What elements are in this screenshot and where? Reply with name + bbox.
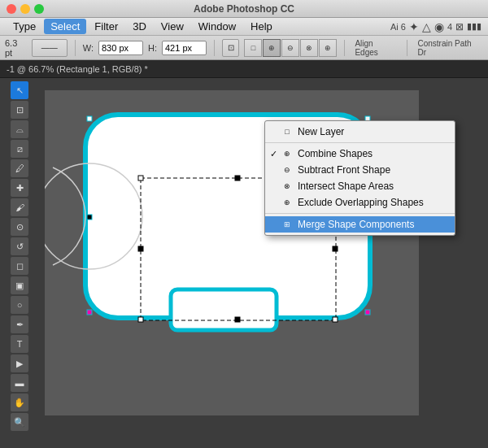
path-sel-tool[interactable]: ▶: [11, 354, 28, 372]
sep1: [75, 40, 76, 56]
width-label: W:: [83, 43, 94, 53]
status-text: -1 @ 66.7% (Rectangle 1, RGB/8) *: [7, 64, 148, 74]
gradient-tool[interactable]: ▣: [11, 276, 28, 294]
cursor: [357, 237, 366, 250]
height-input[interactable]: [162, 41, 207, 55]
dropdown-menu: □ New Layer ⊕ Combine Shapes ⊖ Subtract …: [264, 120, 455, 236]
network-icon: ◉: [434, 20, 444, 33]
lasso-tool[interactable]: ⌓: [11, 120, 28, 138]
window-controls: [7, 4, 44, 14]
pen-tool[interactable]: ✒: [11, 315, 28, 333]
eraser-tool[interactable]: ◻: [11, 257, 28, 275]
sep4: [407, 40, 407, 56]
dropdown-separator-2: [265, 213, 455, 214]
menu-bar: Type Select Filter 3D View Window Help A…: [0, 18, 488, 36]
zoom-tool[interactable]: 🔍: [11, 413, 28, 431]
merge-label: Merge Shape Components: [298, 219, 414, 230]
subtract-btn[interactable]: ⊖: [281, 39, 299, 57]
menu-select[interactable]: Select: [44, 19, 86, 34]
stroke-btn[interactable]: ——: [32, 39, 68, 57]
minimize-button[interactable]: [20, 4, 30, 14]
brush-tool[interactable]: 🖌: [11, 198, 28, 216]
count-label: 4: [447, 22, 452, 32]
history-tool[interactable]: ↺: [11, 237, 28, 255]
options-bar: 6.3 pt —— W: H: ⊡ □ ⊕ ⊖ ⊗ ⊕ Align Edges …: [0, 36, 488, 60]
dropdown-item-new-layer[interactable]: □ New Layer: [265, 124, 455, 140]
menu-window[interactable]: Window: [192, 19, 242, 34]
new-layer-label: New Layer: [298, 126, 344, 137]
dropdown-item-combine[interactable]: ⊕ Combine Shapes: [265, 146, 455, 162]
new-layer-btn[interactable]: □: [244, 39, 262, 57]
shape-ops: □ ⊕ ⊖ ⊗ ⊕: [244, 39, 337, 57]
eyedrop-tool[interactable]: 🖊: [11, 159, 28, 177]
marquee-tool[interactable]: ⊡: [11, 101, 28, 119]
status-bar: -1 @ 66.7% (Rectangle 1, RGB/8) *: [0, 60, 488, 78]
new-layer-icon: □: [281, 126, 293, 137]
width-input[interactable]: [98, 41, 143, 55]
menu-type[interactable]: Type: [7, 19, 42, 34]
combine-btn[interactable]: ⊕: [263, 39, 281, 57]
transform-btn[interactable]: ⊡: [222, 39, 240, 57]
subtract-label: Subtract Front Shape: [298, 164, 390, 176]
svg-rect-12: [87, 215, 92, 220]
merge-icon: ⊞: [281, 219, 293, 230]
exclude-icon: ⊕: [281, 197, 293, 208]
sep3: [344, 40, 345, 56]
height-label: H:: [148, 43, 157, 53]
maximize-button[interactable]: [34, 4, 44, 14]
svg-rect-8: [235, 176, 240, 181]
intersect-label: Intersect Shape Areas: [298, 181, 394, 192]
select-tool[interactable]: ↖: [11, 81, 28, 99]
wifi-icon: ⊠: [455, 21, 464, 33]
dropdown-item-merge[interactable]: ⊞ Merge Shape Components: [265, 216, 455, 233]
type-tool[interactable]: T: [11, 335, 28, 353]
toolbar: ↖ ⊡ ⌓ ⧄ 🖊 ✚ 🖌 ⊙ ↺ ◻ ▣ ○ ✒ T ▶ ▬ ✋ 🔍: [0, 78, 39, 448]
constrain-label: Constrain Path Dr: [415, 39, 483, 57]
svg-rect-6: [138, 317, 143, 322]
svg-rect-9: [235, 317, 240, 322]
svg-rect-10: [138, 246, 143, 251]
spot-heal-tool[interactable]: ✚: [11, 179, 28, 197]
bridge-icon: ✦: [409, 20, 419, 33]
svg-rect-2: [171, 289, 277, 330]
ai-label: Ai 6: [390, 22, 406, 32]
combine-label: Combine Shapes: [298, 148, 373, 159]
clone-tool[interactable]: ⊙: [11, 218, 28, 236]
dodge-tool[interactable]: ○: [11, 296, 28, 314]
svg-rect-15: [365, 310, 370, 315]
exclude-label: Exclude Overlapping Shapes: [298, 197, 424, 208]
menu-help[interactable]: Help: [244, 19, 279, 34]
intersect-btn[interactable]: ⊗: [300, 39, 318, 57]
dropdown-item-intersect[interactable]: ⊗ Intersect Shape Areas: [265, 178, 455, 194]
svg-rect-11: [333, 246, 338, 251]
dropdown-item-subtract[interactable]: ⊖ Subtract Front Shape: [265, 162, 455, 178]
svg-rect-7: [333, 317, 338, 322]
menu-right-icons: Ai 6 ✦ △ ◉ 4 ⊠ ▮▮▮: [390, 20, 481, 33]
app-title: Adobe Photoshop CC: [194, 3, 294, 15]
svg-rect-16: [87, 116, 92, 121]
title-bar: Adobe Photoshop CC: [0, 0, 488, 18]
exclude-btn[interactable]: ⊕: [319, 39, 337, 57]
dropdown-item-exclude[interactable]: ⊕ Exclude Overlapping Shapes: [265, 194, 455, 211]
sep2: [214, 40, 215, 56]
hand-tool[interactable]: ✋: [11, 394, 28, 411]
subtract-icon: ⊖: [281, 164, 293, 176]
menu-3d[interactable]: 3D: [126, 19, 153, 34]
drive-icon: △: [422, 20, 431, 33]
menu-filter[interactable]: Filter: [88, 19, 124, 34]
shape-tool[interactable]: ▬: [11, 374, 28, 392]
svg-rect-14: [87, 310, 92, 315]
svg-rect-4: [138, 176, 143, 181]
align-edges-label: Align Edges: [352, 39, 399, 57]
stroke-label: 6.3 pt: [5, 38, 27, 58]
battery-icon: ▮▮▮: [467, 21, 481, 32]
combine-icon: ⊕: [281, 148, 293, 159]
dropdown-separator: [265, 142, 455, 143]
crop-tool[interactable]: ⧄: [11, 140, 28, 158]
canvas-area: ↖ ⊡ ⌓ ⧄ 🖊 ✚ 🖌 ⊙ ↺ ◻ ▣ ○ ✒ T ▶ ▬ ✋ 🔍: [0, 78, 488, 448]
intersect-icon: ⊗: [281, 181, 293, 192]
menu-view[interactable]: View: [155, 19, 190, 34]
close-button[interactable]: [7, 4, 16, 14]
